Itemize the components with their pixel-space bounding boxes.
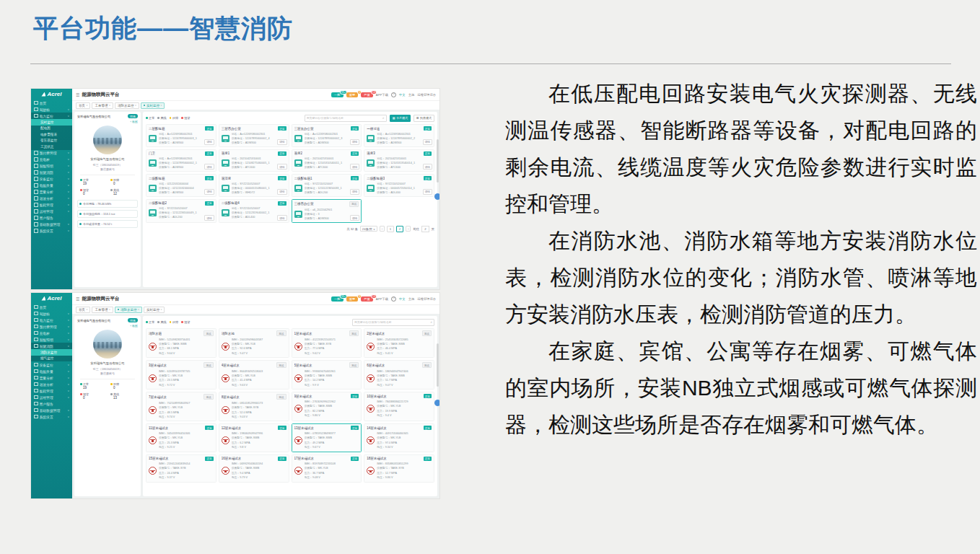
device-card[interactable]: 一楼过道正常别名：Acr12269580002301仪表地址：122478956… bbox=[364, 124, 434, 147]
sidebar-subitem-消防水监控[interactable]: 消防水监控 bbox=[31, 349, 72, 356]
collapse-panel-link[interactable]: ‹ 收起 bbox=[77, 120, 138, 123]
sidebar-item-系统设置[interactable]: 系统设置˅ bbox=[31, 413, 72, 420]
sidebar-item-系统设置[interactable]: 系统设置˅ bbox=[31, 228, 72, 234]
device-card[interactable]: 三层西办公室正常别名：Acr12269580002301仪表地址：1224789… bbox=[219, 124, 289, 147]
help-icon[interactable]: ? bbox=[391, 296, 396, 302]
tab-实时监控[interactable]: 实时监控˅ bbox=[144, 307, 165, 313]
tab-工单管理[interactable]: 工单管理˅ bbox=[92, 102, 113, 109]
alarm-pill-重要[interactable]: 重要8 bbox=[346, 296, 359, 302]
device-card[interactable]: 二级配电箱1正常别名：SYZ2110520007仪表地址：12111223650… bbox=[292, 174, 362, 197]
sidebar-subitem-变压器监控[interactable]: 变压器监控 bbox=[31, 138, 72, 144]
device-card[interactable]: 3层末端试水离线IMEI：620395019787745仪表型号：MK-YLB压… bbox=[146, 360, 216, 390]
sidebar-item-充电桩[interactable]: 充电桩˅ bbox=[31, 157, 72, 163]
detail-button[interactable]: 详情 bbox=[204, 215, 214, 221]
device-card[interactable]: 二级配电箱2正常别名：SYZ2110520007仪表地址：12112236500… bbox=[146, 199, 216, 224]
hamburger-icon[interactable]: ☰ bbox=[76, 92, 79, 97]
device-card[interactable]: 温度3正常别名：20210425310001仪表地址：1210531354001… bbox=[364, 149, 434, 172]
device-card[interactable]: 12层末端试水正常IMEI：198060909947996仪表型号：TAKE-S… bbox=[219, 423, 289, 452]
search-input[interactable]: 用关键别名/仪表型号/回路名称⌕ bbox=[352, 319, 434, 326]
device-card[interactable]: 9层末端试水正常IMEI：276309099021962仪表型号：TAKE-SW… bbox=[292, 392, 362, 421]
search-input[interactable]: 用关键别名/仪表型号/回路名称⌕ bbox=[305, 115, 387, 122]
help-icon[interactable]: ? bbox=[391, 92, 396, 97]
sidebar-subitem-实时监控[interactable]: 实时监控 bbox=[31, 119, 72, 126]
sidebar-subitem-配电图[interactable]: 配电图 bbox=[31, 126, 72, 132]
alarm-pill-重要[interactable]: 重要4 bbox=[346, 92, 359, 97]
detail-button[interactable]: 详情 bbox=[350, 189, 359, 195]
app-download-link[interactable]: APP下载 bbox=[376, 297, 388, 301]
page-number-2[interactable]: 2 bbox=[396, 226, 403, 232]
sidebar-item-基础数据管理[interactable]: 基础数据管理˅ bbox=[31, 221, 72, 228]
tab-工单管理[interactable]: 工单管理˅ bbox=[92, 307, 113, 313]
app-download-link[interactable]: APP下载 bbox=[376, 93, 388, 97]
device-card[interactable]: 16层末端试水正常IMEI：069929563605594仪表型号：TAKE-S… bbox=[219, 454, 289, 483]
language-link[interactable]: 中文 bbox=[399, 93, 406, 97]
tab-首页[interactable]: 首页˅ bbox=[76, 102, 90, 109]
device-card[interactable]: 18层末端试水正常IMEI：835880355851299仪表型号：TAKE-S… bbox=[364, 454, 434, 483]
collapse-panel-link[interactable]: ‹ 收起 bbox=[77, 324, 138, 327]
detail-button[interactable]: 详情 bbox=[423, 139, 432, 145]
sidebar-item-基础数据管理[interactable]: 基础数据管理˅ bbox=[31, 407, 72, 413]
device-card[interactable]: 二级配电箱4正常别名：SYZ2110520007仪表地址：12112319040… bbox=[219, 199, 289, 224]
device-card[interactable]: 7层末端试水离线IMEI：702108995803907仪表型号：MK-YLB压… bbox=[146, 392, 216, 421]
sidebar-item-设备监控[interactable]: 设备监控˅ bbox=[31, 176, 72, 183]
sidebar-item-谐波分析[interactable]: 谐波分析˅ bbox=[31, 195, 72, 202]
detail-button[interactable]: 详情 bbox=[350, 164, 359, 170]
sidebar-item-智慧消防[interactable]: 智慧消防˅ bbox=[31, 170, 72, 176]
device-card[interactable]: 温湿度正常别名：SYZ2110520007仪表地址：00000515080001… bbox=[219, 174, 289, 197]
detail-button[interactable]: 详情 bbox=[204, 189, 214, 195]
tab-消防水监控[interactable]: 消防水监控˅ bbox=[115, 102, 139, 109]
device-card[interactable]: 5层末端试水离线IMEI：993669470465961仪表型号：TAKE-SW… bbox=[292, 360, 362, 390]
sidebar-item-充电桩[interactable]: 充电桩˅ bbox=[31, 330, 72, 336]
sidebar-item-电力监控[interactable]: 电力监控˅ bbox=[31, 113, 72, 119]
alarm-pill-严重[interactable]: 严重13 bbox=[361, 296, 373, 302]
device-card[interactable]: 1层末端试水离线IMEI：412233921503571仪表型号：TAKE-SY… bbox=[292, 328, 362, 358]
alarm-pill-严重[interactable]: 严重13 bbox=[361, 92, 373, 97]
sidebar-item-智慧消防[interactable]: 智慧消防˅ bbox=[31, 343, 72, 349]
theme-link[interactable]: 主题 bbox=[408, 93, 415, 97]
page-number-1[interactable]: 1 bbox=[387, 226, 394, 232]
sidebar-item-设备监控[interactable]: 设备监控˅ bbox=[31, 361, 72, 368]
detail-button[interactable]: 详情 bbox=[423, 164, 432, 170]
tab-首页[interactable]: 首页˅ bbox=[76, 307, 90, 313]
sidebar-item-能耗管理[interactable]: 能耗管理˅ bbox=[31, 202, 72, 208]
view-mode-button-卡片模式[interactable]: ▦卡片模式 bbox=[390, 115, 411, 122]
sidebar-item-预付费管理[interactable]: 预付费管理˅ bbox=[31, 323, 72, 330]
device-card[interactable]: 17层末端试水正常IMEI：859768972233108仪表型号：MK-YLB… bbox=[292, 454, 362, 483]
page-size-select[interactable]: 24条/页 ˅ bbox=[360, 226, 377, 232]
device-card[interactable]: 6层末端试水离线IMEI：186946947907406仪表型号：TAKE-SW… bbox=[364, 360, 434, 390]
switch-company-button[interactable]: 切换 bbox=[128, 318, 138, 322]
tab-实时监控[interactable]: 实时监控˅ bbox=[141, 102, 165, 109]
device-card[interactable]: 温度2正常别名：20210425310001仪表地址：1210531054001… bbox=[292, 149, 362, 172]
sidebar-item-驾驶舱[interactable]: 驾驶舱˅ bbox=[31, 106, 72, 113]
detail-button[interactable]: 详情 bbox=[277, 215, 286, 221]
sidebar-item-预付费管理[interactable]: 预付费管理˅ bbox=[31, 150, 72, 157]
detail-button[interactable]: 详情 bbox=[350, 139, 359, 145]
sidebar-item-驾驶舱[interactable]: 驾驶舱˅ bbox=[31, 310, 72, 317]
sidebar-item-电能质量[interactable]: 电能质量˅ bbox=[31, 183, 72, 189]
device-card[interactable]: 三层东办公室正常别名：Acr12269580002301仪表地址：1224789… bbox=[292, 124, 362, 147]
next-page-button[interactable]: › bbox=[406, 226, 411, 232]
prev-page-button[interactable]: ‹ bbox=[380, 226, 385, 232]
sidebar-subitem-电参量报表[interactable]: 电参量报表 bbox=[31, 131, 72, 138]
device-card[interactable]: 三楼西办公室离线别名：a6_2022042901仪表地址：3仪表型号：ADW30… bbox=[292, 199, 362, 224]
sidebar-item-用户报告[interactable]: 用户报告 bbox=[31, 215, 72, 221]
device-card[interactable]: 8层末端试水离线IMEI：081018529966173仪表型号：TAKE-SY… bbox=[219, 392, 289, 421]
sidebar-item-电力监控[interactable]: 电力监控˅ bbox=[31, 317, 72, 323]
sidebar-subitem-烟气监控[interactable]: 烟气监控 bbox=[31, 356, 72, 362]
jump-page-input[interactable]: 2 bbox=[421, 226, 429, 232]
detail-button[interactable]: 详情 bbox=[423, 189, 432, 195]
floating-help-button[interactable] bbox=[434, 400, 440, 406]
floating-help-button[interactable] bbox=[434, 193, 440, 200]
scrollbar-thumb[interactable] bbox=[437, 343, 439, 387]
detail-button[interactable]: 详情 bbox=[277, 164, 286, 170]
device-card[interactable]: 10层末端试水正常IMEI：784388384221729仪表型号：MK-YLB… bbox=[364, 392, 434, 421]
device-card[interactable]: 消防水箱离线IMEI：521098283756431仪表型号：TAKE-SWB压… bbox=[146, 328, 216, 358]
device-card[interactable]: 4层末端试水离线IMEI：864493492518003仪表型号：MK-YLB压… bbox=[219, 360, 289, 390]
device-card[interactable]: 消防水池离线IMEI：200139498443587仪表型号：MK-YLB压力：… bbox=[219, 328, 289, 358]
sidebar-item-需量分析[interactable]: 需量分析˅ bbox=[31, 189, 72, 195]
sidebar-item-首页[interactable]: 首页 bbox=[31, 304, 72, 310]
sidebar-item-需量分析[interactable]: 需量分析˅ bbox=[31, 374, 72, 381]
detail-button[interactable]: 详情 bbox=[204, 139, 214, 145]
device-card[interactable]: 二级配电箱3正常别名：SYZ2110520007仪表地址：00000572050… bbox=[364, 174, 434, 197]
sidebar-item-运维管理[interactable]: 运维管理˅ bbox=[31, 208, 72, 215]
